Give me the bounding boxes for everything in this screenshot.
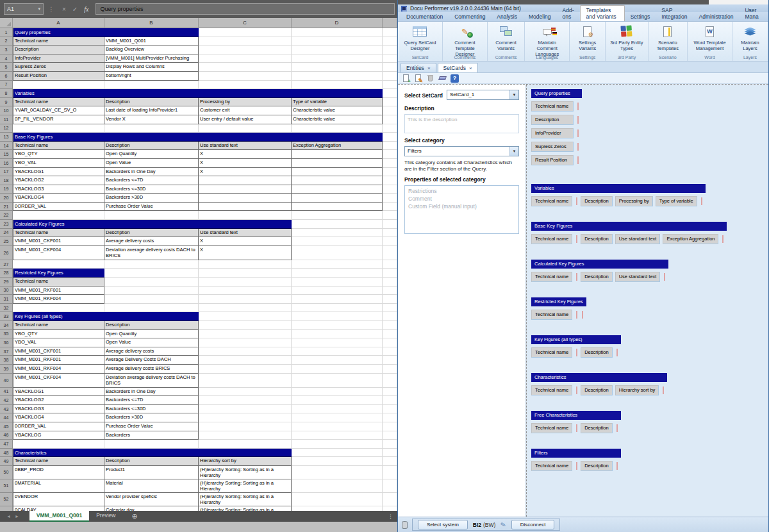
cell[interactable]: YVAR_0CALDAY_CE_SV_O (13, 106, 104, 115)
row-number-45[interactable]: 45 (0, 422, 13, 431)
row-number-23[interactable]: 23 (0, 220, 13, 229)
cell[interactable]: 0BBP_PROD (13, 466, 104, 479)
cell[interactable] (292, 356, 383, 365)
cell[interactable]: X (199, 246, 292, 260)
preview-field-button[interactable]: InfoProvider (531, 128, 574, 138)
cell[interactable] (292, 295, 383, 304)
eraser-icon[interactable] (438, 74, 447, 83)
cell[interactable] (199, 413, 292, 422)
preview-field-button[interactable]: Description (581, 347, 613, 358)
cell[interactable]: InfoProvider (13, 54, 104, 63)
preview-field-button[interactable]: Technical name (531, 234, 572, 244)
cell[interactable]: Description (104, 457, 199, 466)
cell[interactable]: Description (104, 98, 199, 107)
cell[interactable] (199, 37, 292, 46)
row-number-41[interactable]: 41 (0, 388, 13, 397)
cell[interactable] (199, 365, 292, 374)
cell[interactable] (292, 168, 383, 177)
row-number-35[interactable]: 35 (0, 330, 13, 339)
cell[interactable]: Type of variable (292, 98, 383, 107)
column-header-sliver[interactable] (383, 18, 397, 28)
row-number-53[interactable]: 53 (0, 506, 13, 511)
cell[interactable]: Technical name (13, 229, 104, 238)
cell[interactable] (292, 365, 383, 374)
cell[interactable]: User entry / default value (199, 115, 292, 124)
cell[interactable]: Purchase Order Value (104, 422, 199, 431)
cell[interactable] (383, 54, 397, 63)
row-number-50[interactable]: 50 (0, 466, 13, 479)
cell[interactable] (199, 176, 292, 185)
cell[interactable] (292, 338, 383, 347)
cell[interactable] (383, 304, 397, 313)
edit-setcard-icon[interactable]: ✎ (414, 74, 422, 83)
cell[interactable] (383, 106, 397, 115)
cell[interactable] (199, 295, 292, 304)
cell[interactable]: YBACKLOG2 (13, 176, 104, 185)
preview-field-button[interactable]: Description (581, 461, 613, 471)
cell[interactable] (199, 278, 292, 287)
cell[interactable] (199, 211, 292, 220)
ribbon-group-languages[interactable]: Maintain Comment LanguagesLanguages (525, 22, 570, 61)
cell[interactable]: YBO_VAL (13, 159, 104, 168)
cell[interactable] (383, 150, 397, 159)
cell[interactable] (383, 133, 397, 142)
cell[interactable] (383, 211, 397, 220)
cell[interactable] (292, 321, 383, 330)
cell[interactable]: YBACKLOG4 (13, 194, 104, 203)
row-number-20[interactable]: 20 (0, 194, 13, 203)
preview-field-button[interactable]: Description (581, 272, 613, 282)
cell[interactable] (383, 115, 397, 124)
cell[interactable] (292, 124, 383, 133)
row-number-44[interactable]: 44 (0, 413, 13, 422)
cell[interactable]: X (199, 168, 292, 177)
cell[interactable] (199, 321, 292, 330)
cell[interactable] (383, 338, 397, 347)
cell[interactable]: YBACKLOG1 (13, 168, 104, 177)
cell[interactable] (383, 124, 397, 133)
ribbon-group-comments[interactable]: Comment VariantsComments (488, 22, 525, 61)
cell[interactable]: VMM_M001_CKF004 (13, 246, 104, 260)
row-number-2[interactable]: 2 (0, 37, 13, 46)
cell[interactable] (199, 269, 292, 278)
cell[interactable]: 0ORDER_VAL (13, 422, 104, 431)
cell[interactable]: Backorders <=30D (104, 185, 199, 194)
cell[interactable] (383, 237, 397, 246)
cell[interactable] (104, 304, 199, 313)
cell[interactable] (292, 246, 383, 260)
row-number-38[interactable]: 38 (0, 356, 13, 365)
cell[interactable]: Open Quantity (104, 330, 199, 339)
menu-item-user-mana[interactable]: User Mana (739, 6, 766, 21)
cell[interactable] (199, 356, 292, 365)
cell[interactable]: 0MATERIAL (13, 479, 104, 493)
cell[interactable]: Description (104, 229, 199, 238)
cell[interactable] (292, 388, 383, 397)
row-number-7[interactable]: 7 (0, 81, 13, 90)
cell[interactable]: VMM_M001_Q001 (104, 37, 199, 46)
close-tab-icon[interactable]: × (427, 65, 431, 71)
cell[interactable]: Backorders in One Day (104, 168, 199, 177)
row-number-13[interactable]: 13 (0, 133, 13, 142)
cell[interactable]: YBACKLOG1 (13, 388, 104, 397)
row-number-28[interactable]: 28 (0, 269, 13, 278)
cell[interactable] (13, 211, 104, 220)
cell[interactable] (292, 176, 383, 185)
row-number-52[interactable]: 52 (0, 493, 13, 506)
cell[interactable] (383, 46, 397, 54)
preview-field-button[interactable]: Description (581, 196, 613, 206)
cell[interactable] (383, 457, 397, 466)
cell[interactable] (292, 457, 383, 466)
row-number-21[interactable]: 21 (0, 203, 13, 212)
menu-item-documentation[interactable]: Documentation (401, 12, 449, 21)
cell[interactable]: Material (104, 479, 199, 493)
cell[interactable] (292, 220, 383, 229)
formula-input[interactable]: Query properties (95, 3, 395, 15)
cell[interactable]: VMM_M001_CKF001 (13, 347, 104, 356)
description-input[interactable]: This is the description (404, 114, 519, 133)
preview-field-button[interactable]: Technical name (531, 310, 572, 320)
preview-field-button[interactable]: Technical name (531, 347, 572, 358)
cell[interactable]: Open Quantity (104, 150, 199, 159)
cell[interactable] (383, 194, 397, 203)
cell[interactable]: Purchase Order Value (104, 203, 199, 212)
cell[interactable] (199, 396, 292, 405)
cell[interactable]: Calendar day (104, 506, 199, 511)
